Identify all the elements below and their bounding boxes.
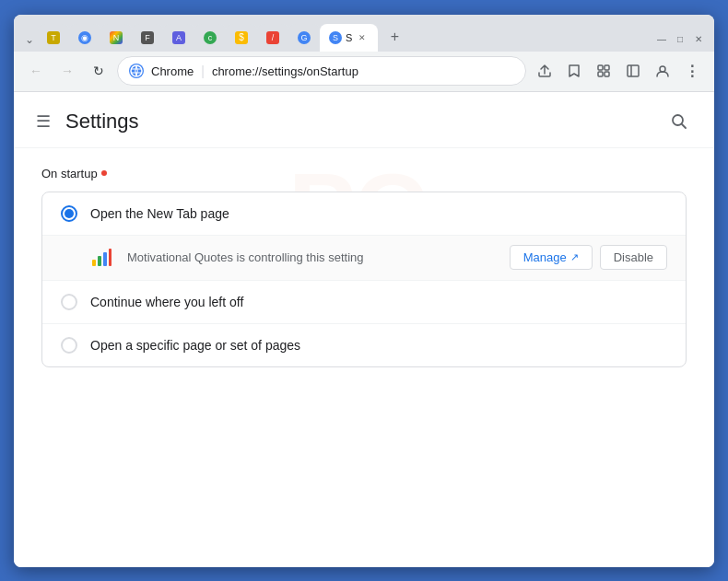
- tab-9[interactable]: G: [288, 24, 320, 52]
- browser-window: ⌄ T ◉ N F A c: [14, 15, 714, 567]
- settings-header-left: ☰ Settings: [32, 108, 139, 135]
- settings-content: PC .COM On startup Open the New Tab page: [14, 148, 714, 386]
- tab-10-favicon: S: [329, 31, 342, 44]
- svg-rect-2: [605, 65, 609, 70]
- option-continue-row[interactable]: Continue where you left off: [42, 281, 686, 324]
- radio-new-tab[interactable]: [61, 205, 77, 222]
- tab-4-favicon: F: [141, 31, 154, 44]
- svg-rect-8: [92, 260, 96, 266]
- tab-3-favicon: N: [110, 31, 123, 44]
- tab-2-favicon: ◉: [78, 31, 91, 44]
- sidebar-toggle-button[interactable]: [620, 58, 646, 84]
- bookmark-button[interactable]: [561, 58, 587, 84]
- section-title: On startup: [41, 167, 687, 180]
- svg-rect-3: [598, 72, 603, 76]
- tab-overflow-chevron[interactable]: ⌄: [23, 33, 36, 46]
- tab-7-favicon: $: [235, 31, 248, 44]
- svg-rect-9: [98, 256, 101, 266]
- radio-specific-page[interactable]: [61, 337, 77, 354]
- tab-10-label: S: [346, 32, 352, 43]
- tabs-area: ⌄ T ◉ N F A c: [23, 24, 655, 52]
- disable-button[interactable]: Disable: [600, 245, 667, 270]
- window-controls: — □ ✕: [655, 33, 705, 46]
- option-new-tab-row[interactable]: Open the New Tab page: [42, 192, 686, 236]
- section-title-text: On startup: [41, 167, 98, 180]
- tab-8[interactable]: /: [257, 24, 288, 52]
- tab-1[interactable]: T: [38, 24, 69, 52]
- option-continue-label: Continue where you left off: [90, 295, 667, 309]
- new-tab-button[interactable]: +: [382, 24, 407, 50]
- address-bar[interactable]: Chrome | chrome://settings/onStartup: [117, 56, 526, 86]
- tab-close-button[interactable]: ✕: [356, 31, 369, 44]
- title-bar: ⌄ T ◉ N F A c: [14, 15, 714, 52]
- external-link-icon: ↗: [570, 251, 579, 263]
- disable-label: Disable: [614, 250, 653, 264]
- svg-rect-11: [109, 249, 112, 266]
- tab-6-favicon: c: [204, 31, 217, 44]
- tab-5-favicon: A: [172, 31, 185, 44]
- tab-7[interactable]: $: [226, 24, 257, 52]
- option-specific-page-label: Open a specific page or set of pages: [90, 338, 667, 353]
- content-area: ☰ Settings PC .COM On startup: [14, 92, 714, 567]
- svg-rect-10: [103, 252, 107, 266]
- back-button[interactable]: ←: [23, 58, 49, 84]
- tab-6[interactable]: c: [194, 24, 226, 52]
- svg-rect-5: [628, 65, 639, 76]
- tab-1-favicon: T: [47, 31, 60, 44]
- section-title-dot: [101, 170, 107, 176]
- tab-8-favicon: /: [266, 31, 279, 44]
- radio-continue[interactable]: [61, 294, 77, 310]
- sub-row-actions: Manage ↗ Disable: [510, 245, 667, 270]
- site-icon: [129, 64, 144, 78]
- motivational-quotes-label: Motivational Quotes is controlling this …: [127, 250, 497, 264]
- option-specific-page-row[interactable]: Open a specific page or set of pages: [42, 324, 686, 366]
- tab-9-favicon: G: [298, 31, 311, 44]
- motivational-quotes-row: Motivational Quotes is controlling this …: [42, 236, 686, 281]
- maximize-button[interactable]: □: [674, 33, 687, 46]
- svg-point-0: [131, 65, 142, 76]
- settings-header: ☰ Settings: [14, 92, 714, 148]
- tab-10-active[interactable]: S S ✕: [320, 24, 378, 52]
- radio-new-tab-inner: [65, 209, 74, 218]
- profile-button[interactable]: [650, 58, 675, 84]
- manage-label: Manage: [523, 250, 567, 264]
- close-button[interactable]: ✕: [692, 33, 705, 46]
- chrome-label: Chrome: [151, 64, 194, 78]
- svg-rect-4: [605, 72, 609, 76]
- svg-point-6: [660, 66, 665, 72]
- settings-search-button[interactable]: [663, 105, 696, 138]
- url-text: chrome://settings/onStartup: [212, 64, 514, 78]
- forward-button[interactable]: →: [54, 58, 80, 84]
- svg-point-7: [673, 115, 683, 125]
- tab-3[interactable]: N: [100, 24, 132, 52]
- extensions-button[interactable]: [591, 58, 616, 84]
- settings-page-title: Settings: [65, 110, 139, 134]
- manage-button[interactable]: Manage ↗: [510, 245, 593, 270]
- toolbar-actions: ⋮: [532, 58, 705, 84]
- toolbar: ← → ↻ Chrome | chrome://settings/onStart…: [14, 52, 714, 92]
- url-separator: |: [201, 64, 205, 78]
- minimize-button[interactable]: —: [655, 33, 668, 46]
- svg-rect-1: [598, 65, 603, 70]
- option-new-tab-label: Open the New Tab page: [90, 206, 667, 221]
- tab-2[interactable]: ◉: [69, 24, 100, 52]
- options-card: Open the New Tab page Motivational Quote…: [41, 192, 687, 367]
- share-button[interactable]: [532, 58, 558, 84]
- motivational-quotes-icon: [88, 245, 114, 271]
- more-button[interactable]: ⋮: [679, 58, 705, 84]
- tab-4[interactable]: F: [132, 24, 163, 52]
- hamburger-menu-button[interactable]: ☰: [32, 108, 54, 135]
- refresh-button[interactable]: ↻: [86, 58, 112, 84]
- tab-5[interactable]: A: [163, 24, 194, 52]
